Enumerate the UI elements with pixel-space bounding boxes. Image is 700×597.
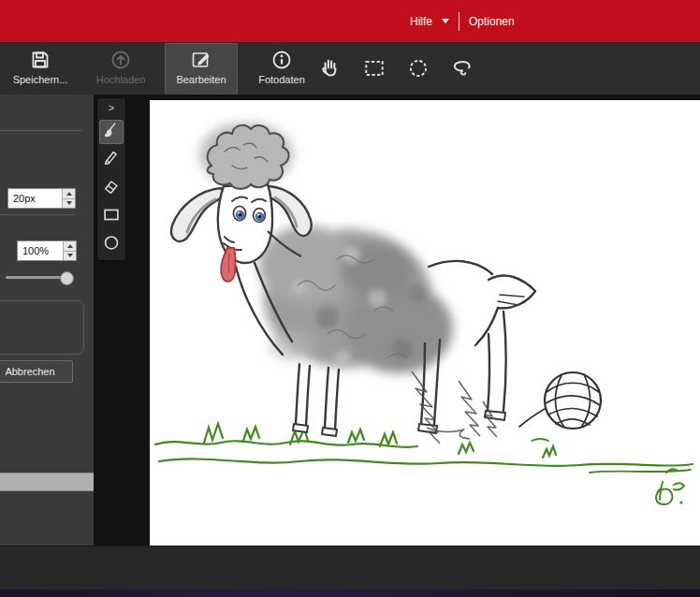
photo-editor-window: Hilfe Optionen Speichern...: [0, 0, 700, 597]
panel-separator: [0, 130, 82, 131]
eraser-tool[interactable]: [99, 176, 124, 200]
drawing-tool-palette: >: [96, 97, 126, 261]
lasso-select-icon[interactable]: [450, 56, 474, 80]
spinner-arrows: [63, 241, 76, 260]
edit-button[interactable]: Bearbeiten: [165, 43, 238, 98]
edit-button-label: Bearbeiten: [176, 74, 226, 85]
rect-select-icon[interactable]: [362, 56, 386, 80]
cancel-button[interactable]: Abbrechen: [0, 360, 73, 383]
selection-tools: [318, 43, 474, 93]
chevron-down-icon[interactable]: [442, 19, 449, 23]
brush-size-stepper[interactable]: 20px: [7, 188, 76, 209]
save-button-label: Speichern...: [13, 74, 68, 85]
spin-down-button[interactable]: [64, 251, 76, 261]
brush-size-value: 20px: [8, 189, 62, 208]
triangle-up-icon: [67, 244, 73, 248]
eraser-icon: [101, 176, 122, 200]
upload-icon: [109, 49, 132, 71]
ellipse-tool[interactable]: [99, 232, 124, 256]
desktop-strip: [0, 590, 700, 597]
menu-separator: [459, 12, 459, 31]
spinner-arrows: [62, 189, 75, 208]
rectangle-icon: [101, 204, 122, 228]
brush-tool[interactable]: [99, 120, 124, 144]
palette-expand-button[interactable]: >: [99, 100, 124, 115]
menubar: Hilfe Optionen: [0, 0, 700, 42]
edit-panel: 20px 100% Abbrechen: [0, 95, 94, 546]
upload-button-label: Hochladen: [96, 74, 146, 85]
sheep-drawing: [150, 100, 700, 546]
rectangle-tool[interactable]: [99, 204, 124, 228]
ellipse-select-icon[interactable]: [406, 56, 430, 80]
opacity-slider-handle[interactable]: [60, 271, 74, 285]
pencil-icon: [101, 148, 122, 172]
main-toolbar: Speichern... Hochladen: [0, 42, 700, 95]
photodata-button-label: Fotodaten: [258, 74, 305, 85]
panel-groupbox: [0, 300, 84, 355]
statusbar: − + ★ ☆ ☆ ☆ ☆: [0, 546, 700, 590]
opacity-stepper[interactable]: 100%: [17, 240, 77, 261]
options-menu[interactable]: Optionen: [469, 15, 515, 28]
save-icon: [29, 49, 51, 71]
triangle-down-icon: [66, 201, 72, 205]
triangle-up-icon: [66, 192, 72, 196]
canvas[interactable]: [150, 100, 700, 546]
menubar-items: Hilfe Optionen: [410, 0, 515, 42]
pencil-tool[interactable]: [99, 148, 124, 172]
edit-icon: [190, 49, 212, 71]
workspace: 20px 100% Abbrechen >: [0, 95, 700, 546]
opacity-value: 100%: [18, 241, 63, 260]
hand-tool-icon[interactable]: [318, 56, 343, 80]
upload-button[interactable]: Hochladen: [84, 43, 157, 98]
photodata-button[interactable]: Fotodaten: [245, 43, 318, 98]
ellipse-icon: [101, 232, 122, 256]
spin-down-button[interactable]: [63, 198, 75, 209]
help-menu[interactable]: Hilfe: [410, 15, 432, 28]
panel-separator: [0, 214, 75, 215]
info-icon: [270, 49, 293, 71]
spin-up-button[interactable]: [64, 241, 76, 251]
panel-selected-strip: [0, 473, 94, 491]
triangle-down-icon: [67, 254, 73, 257]
save-button[interactable]: Speichern...: [4, 43, 77, 98]
spin-up-button[interactable]: [63, 189, 75, 198]
toolbar-buttons: Speichern... Hochladen: [4, 43, 318, 98]
brush-icon: [101, 120, 122, 144]
